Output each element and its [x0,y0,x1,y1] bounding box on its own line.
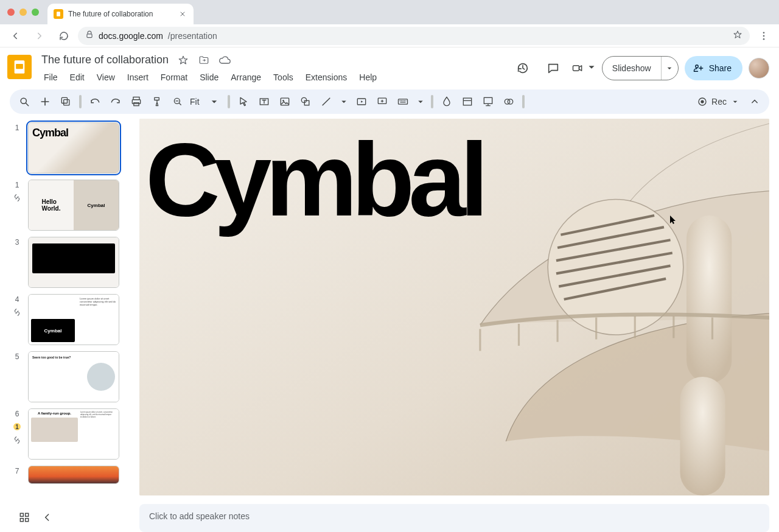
linked-slide-icon [12,435,22,445]
account-avatar[interactable] [749,58,769,79]
slide-thumbnail[interactable] [28,466,119,484]
zoom-level[interactable]: Fit [189,97,203,107]
slide-thumbnail[interactable]: Cymbal Lorem ipsum dolor sit amet consec… [28,294,119,345]
slide-thumbnail[interactable] [28,237,119,288]
filmstrip[interactable]: 1 Cymbal 1 Hell [10,119,134,503]
theme-icon[interactable] [478,92,498,111]
comments-icon[interactable] [541,56,565,80]
insert-comment-icon[interactable] [372,92,392,111]
share-button[interactable]: Share [685,56,742,80]
tab-close-icon[interactable] [178,9,187,19]
svg-rect-9 [61,97,67,103]
slide-canvas[interactable]: Cymbal [139,119,769,495]
keyboard-input-icon[interactable] [393,92,413,111]
linked-slide-icon [12,307,22,317]
menu-arrange[interactable]: Arrange [226,70,266,85]
forward-button[interactable] [29,26,50,46]
svg-rect-0 [57,12,60,16]
star-icon[interactable] [177,54,189,66]
slide-thumbnail[interactable]: A family-run group. Lorem ipsum dolor si… [28,408,119,460]
window-minimize-icon[interactable] [19,9,27,16]
svg-point-18 [301,97,306,102]
address-bar[interactable]: docs.google.com/presentation [78,27,750,45]
grid-view-icon[interactable] [18,511,30,523]
menu-insert[interactable]: Insert [122,70,153,85]
select-tool-icon[interactable] [234,92,253,111]
separator [431,95,433,108]
filmstrip-footer [10,503,134,532]
svg-rect-29 [20,513,23,516]
url-domain: docs.google.com [99,31,163,41]
image-icon[interactable] [275,92,295,111]
textbox-icon[interactable] [254,92,274,111]
slideshow-split-button: Slideshow [602,56,679,80]
menu-tools[interactable]: Tools [268,70,298,85]
slideshow-dropdown-icon[interactable] [661,57,678,80]
zoom-dropdown-icon[interactable] [204,92,224,111]
browser-tab[interactable]: The future of collaboration [47,4,194,24]
svg-rect-24 [484,97,492,103]
record-dropdown-icon[interactable] [730,97,740,107]
menu-file[interactable]: File [39,70,63,85]
reload-button[interactable] [54,26,74,46]
line-dropdown-icon[interactable] [337,92,351,111]
window-controls[interactable] [7,9,39,16]
slide-number: 1 [15,181,19,189]
svg-rect-31 [20,519,23,522]
paint-format-icon[interactable] [147,92,167,111]
collapse-filmstrip-icon[interactable] [41,511,54,523]
background-fill-icon[interactable] [437,92,456,111]
slide-thumbnail[interactable]: Cymbal [28,122,119,173]
speaker-notes-input[interactable]: Click to add speaker notes [139,504,769,532]
redo-icon[interactable] [106,92,125,111]
insert-video-icon[interactable] [352,92,371,111]
cloud-saved-icon[interactable] [218,54,231,66]
window-close-icon[interactable] [7,9,15,16]
zoom-out-icon[interactable] [168,92,187,111]
document-title[interactable]: The future of collaboration [39,52,171,68]
record-button[interactable]: Rec [697,96,744,107]
svg-rect-30 [26,513,29,516]
separator [79,95,82,108]
layout-icon[interactable] [458,92,477,111]
slide-number: 7 [15,467,19,475]
menu-edit[interactable]: Edit [65,70,89,85]
meet-dropdown-icon[interactable] [585,60,596,76]
move-folder-icon[interactable] [198,54,210,66]
shape-icon[interactable] [296,92,315,111]
new-slide-icon[interactable] [35,92,55,111]
slide-wordmark[interactable]: Cymbal [145,136,483,224]
keyboard-dropdown-icon[interactable] [414,92,427,111]
svg-rect-23 [463,98,471,105]
window-zoom-icon[interactable] [32,9,39,16]
thumb-title: HelloWorld. [42,198,61,212]
slides-favicon-icon [54,9,63,19]
search-menus-icon[interactable] [15,92,34,111]
meet-join-button[interactable] [571,56,596,80]
svg-rect-19 [304,100,309,105]
undo-icon[interactable] [85,92,105,111]
menu-bar: File Edit View Insert Format Slide Arran… [39,70,503,85]
transition-icon[interactable] [499,92,519,111]
menu-view[interactable]: View [92,70,120,85]
separator [228,95,230,108]
svg-rect-32 [26,519,29,522]
line-tool-icon[interactable] [316,92,336,111]
chrome-menu-icon[interactable] [753,26,774,46]
menu-help[interactable]: Help [354,70,382,85]
slideshow-button[interactable]: Slideshow [603,57,661,80]
menu-slide[interactable]: Slide [195,70,223,85]
print-icon[interactable] [127,92,146,111]
slide-thumbnail[interactable]: HelloWorld. Cymbal [28,180,119,231]
browser-tabstrip[interactable]: The future of collaboration [0,0,779,24]
menu-format[interactable]: Format [156,70,192,85]
hide-menus-icon[interactable] [745,92,764,111]
version-history-icon[interactable] [511,56,535,80]
back-button[interactable] [5,26,26,46]
thumb-title: Seem too good to be true? [32,355,71,359]
slide-thumbnail[interactable]: Seem too good to be true? [28,351,119,402]
new-slide-layout-icon[interactable] [56,92,75,111]
bookmark-star-icon[interactable] [733,30,742,41]
slides-logo-icon[interactable] [7,55,32,79]
menu-extensions[interactable]: Extensions [301,70,352,85]
